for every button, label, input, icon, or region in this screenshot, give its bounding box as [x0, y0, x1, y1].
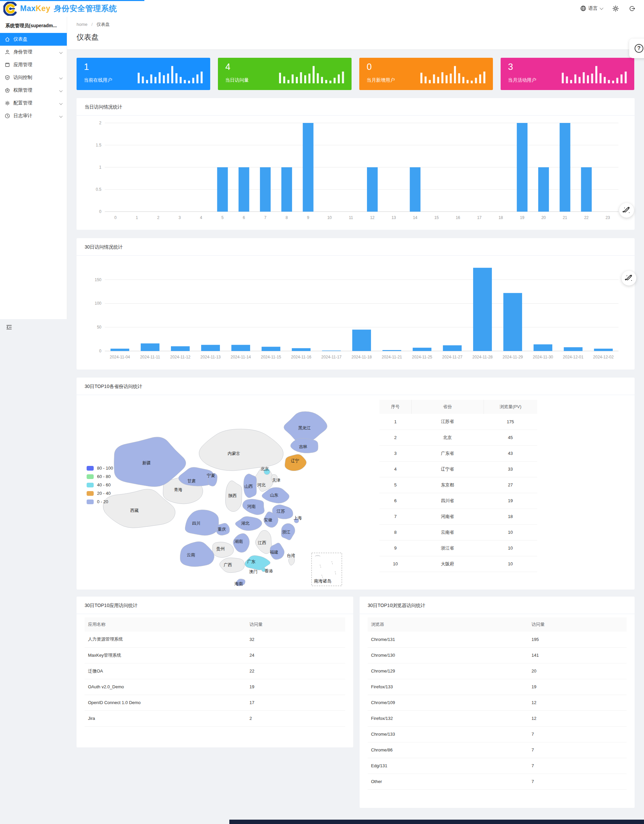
legend-label: 0 - 20 — [97, 499, 108, 504]
language-label: 语言 — [588, 5, 598, 11]
province-shape[interactable] — [180, 541, 214, 567]
table-cell: 大阪府 — [411, 556, 483, 572]
gear-icon — [612, 5, 619, 12]
bar — [534, 344, 552, 351]
stat-card-value: 1 — [84, 62, 89, 72]
bar — [367, 167, 378, 212]
svg-text:0: 0 — [99, 349, 101, 354]
magic-wand-button-monthly[interactable] — [621, 271, 636, 286]
bar — [171, 346, 190, 351]
bar — [594, 349, 613, 351]
table-cell: 5 — [379, 477, 411, 493]
header-actions: 语言 — [580, 0, 635, 17]
table-cell: 32 — [246, 632, 345, 647]
sidebar-item-label: 应用管理 — [14, 62, 32, 68]
table-cell: Other — [368, 773, 528, 789]
table-row: 2北京45 — [379, 430, 537, 446]
home-icon — [5, 37, 10, 42]
settings-button[interactable] — [612, 5, 619, 12]
bar — [110, 349, 129, 351]
svg-text:9: 9 — [307, 215, 309, 220]
province-label: 上海 — [293, 516, 302, 520]
chevron-down-icon — [60, 76, 63, 79]
svg-text:2024-11-30: 2024-11-30 — [533, 355, 554, 360]
province-label: 四川 — [192, 521, 201, 526]
breadcrumb-separator: / — [91, 22, 93, 27]
bar — [581, 167, 592, 212]
sidebar-item-shield[interactable]: 访问控制 — [0, 71, 67, 84]
province-label: 广西 — [224, 563, 232, 567]
sidebar-item-clock[interactable]: 日志审计 — [0, 109, 67, 122]
legend-item[interactable]: 60 - 80 — [87, 474, 113, 479]
legend-color-chip — [87, 500, 94, 504]
table-row: Other7 — [368, 773, 627, 789]
magic-wand-icon — [622, 206, 631, 215]
legend-item[interactable]: 40 - 60 — [87, 483, 113, 487]
language-menu[interactable]: 语言 — [580, 5, 603, 11]
table-cell: 175 — [483, 414, 537, 430]
sidebar-item-label: 身份管理 — [14, 49, 32, 55]
help-button[interactable]: ? — [629, 38, 644, 58]
china-map: 南海诸岛西藏青海内蒙古河北天津陕西江西贵州广西台湾新疆甘肃宁夏黑龙江吉林山西山东… — [80, 398, 376, 587]
collapse-sidebar-icon[interactable] — [6, 324, 12, 330]
sidebar-item-app[interactable]: 应用管理 — [0, 58, 67, 71]
table-row: Chrome/867 — [368, 742, 627, 758]
app-icon — [5, 62, 10, 68]
legend-item[interactable]: 0 - 20 — [87, 499, 113, 504]
legend-color-chip — [87, 483, 94, 487]
legend-color-chip — [87, 474, 94, 479]
map-legend: 80 - 10060 - 8040 - 6020 - 400 - 20 — [87, 466, 113, 507]
table-cell: 广东省 — [411, 446, 483, 461]
shield-icon — [5, 75, 10, 80]
province-label: 广东 — [247, 559, 256, 564]
table-cell: 东京都 — [411, 477, 483, 493]
sidebar-item-user[interactable]: 身份管理 — [0, 46, 67, 58]
table-cell: 45 — [483, 430, 537, 446]
sidebar-item-perm[interactable]: 权限管理 — [0, 84, 67, 97]
legend-item[interactable]: 80 - 100 — [87, 466, 113, 470]
province-label: 河北 — [257, 483, 266, 487]
svg-text:10: 10 — [327, 215, 332, 220]
svg-text:2024-11-28: 2024-11-28 — [472, 355, 493, 360]
stat-card-value: 0 — [366, 62, 372, 72]
table-row: Firefox/13319 — [368, 679, 627, 695]
table-cell: 浙江省 — [411, 540, 483, 556]
bar — [382, 350, 401, 351]
svg-text:50: 50 — [97, 325, 102, 329]
logout-button[interactable] — [629, 5, 635, 12]
svg-text:0: 0 — [115, 215, 117, 220]
magic-wand-button-hourly[interactable] — [619, 203, 634, 218]
chevron-down-icon — [60, 89, 63, 92]
panel-hourly-visits: 当日访问情况统计 00.511.520123456789101112131415… — [77, 98, 635, 230]
panel-title-browsers: 30日TOP10浏览器访问统计 — [360, 596, 635, 614]
panel-title-monthly: 30日访问情况统计 — [77, 238, 635, 256]
table-cell: 9 — [379, 540, 411, 556]
panel-browser-visits: 30日TOP10浏览器访问统计 浏览器访问量Chrome/131195Chrom… — [360, 596, 635, 808]
svg-text:19: 19 — [520, 215, 524, 220]
stat-card-sparkline — [279, 65, 346, 83]
sidebar-item-home[interactable]: 仪表盘 — [0, 33, 67, 46]
province-shape[interactable] — [199, 429, 284, 470]
stat-card-label: 当前在线用户 — [84, 77, 112, 83]
sidebar-item-gear[interactable]: 配置管理 — [0, 97, 67, 109]
province-shape[interactable] — [185, 510, 219, 535]
maxkey-logo-icon — [3, 2, 17, 16]
province-label: 湖北 — [241, 521, 250, 526]
province-label: 河南 — [247, 504, 256, 509]
svg-text:150: 150 — [95, 277, 101, 282]
bar — [503, 293, 522, 351]
bar — [517, 123, 527, 212]
stat-card-sparkline — [138, 65, 205, 83]
legend-item[interactable]: 20 - 40 — [87, 491, 113, 496]
bar — [409, 167, 420, 212]
bar — [260, 167, 271, 212]
province-label: 江苏 — [277, 509, 285, 513]
svg-text:2024-11-18: 2024-11-18 — [351, 355, 372, 360]
table-row: MaxKey管理系统24 — [84, 647, 345, 663]
breadcrumb-home-link[interactable]: home — [77, 22, 87, 27]
logout-icon — [629, 5, 635, 12]
column-header: 应用名称 — [84, 617, 246, 632]
province-label: 天津 — [272, 478, 281, 483]
table-cell: OAuth v2.0_Demo — [84, 679, 246, 695]
svg-text:2024-11-17: 2024-11-17 — [321, 355, 342, 360]
